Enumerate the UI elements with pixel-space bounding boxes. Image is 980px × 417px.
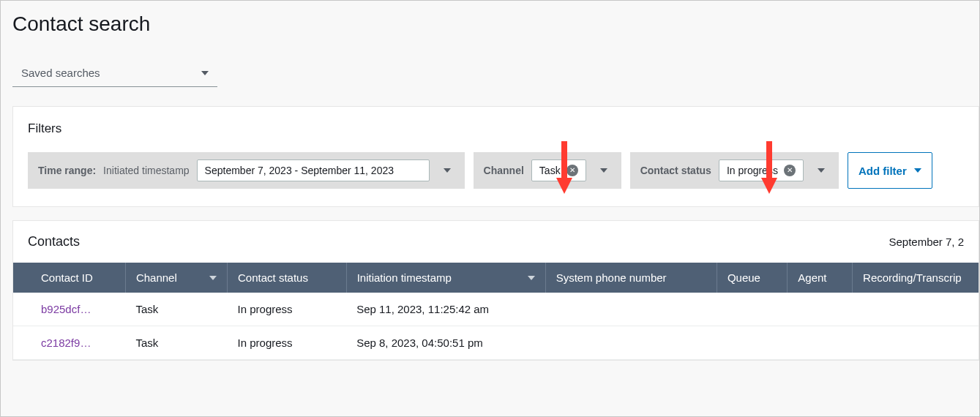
row-selector-header bbox=[13, 263, 31, 293]
cell-queue bbox=[717, 293, 787, 326]
col-queue[interactable]: Queue bbox=[717, 263, 787, 293]
cell-system-phone-number bbox=[545, 326, 717, 360]
chevron-down-icon bbox=[201, 71, 209, 75]
remove-channel-icon[interactable]: ✕ bbox=[566, 165, 578, 176]
cell-agent bbox=[788, 293, 853, 326]
col-label: Agent bbox=[798, 271, 826, 284]
filter-sublabel-time-range: Initiated timestamp bbox=[103, 165, 190, 176]
cell-system-phone-number bbox=[545, 293, 717, 326]
filter-time-range: Time range: Initiated timestamp Septembe… bbox=[28, 152, 465, 189]
cell-initiation-timestamp: Sep 11, 2023, 11:25:42 am bbox=[346, 293, 545, 326]
chevron-down-icon bbox=[528, 276, 535, 280]
col-label: Initiation timestamp bbox=[357, 271, 452, 284]
col-initiation-timestamp[interactable]: Initiation timestamp bbox=[346, 263, 545, 293]
saved-searches-label: Saved searches bbox=[21, 67, 100, 79]
chevron-down-icon bbox=[914, 168, 921, 173]
chevron-down-icon bbox=[444, 168, 451, 173]
chevron-down-icon bbox=[818, 168, 825, 173]
cell-channel: Task bbox=[125, 326, 227, 360]
time-range-chip[interactable]: September 7, 2023 - September 11, 2023 bbox=[197, 159, 430, 181]
channel-chip[interactable]: Task ✕ bbox=[531, 159, 586, 181]
cell-recording bbox=[853, 293, 979, 326]
col-contact-id[interactable]: Contact ID bbox=[31, 263, 125, 293]
contacts-title: Contacts bbox=[28, 234, 80, 249]
contact-status-dropdown[interactable] bbox=[811, 168, 831, 173]
col-contact-status[interactable]: Contact status bbox=[228, 263, 347, 293]
filter-label-contact-status: Contact status bbox=[640, 165, 711, 176]
saved-searches-dropdown[interactable]: Saved searches bbox=[12, 62, 217, 87]
col-label: System phone number bbox=[556, 271, 667, 284]
cell-contact-id[interactable]: b925dcf… bbox=[31, 293, 125, 326]
filter-channel: Channel Task ✕ bbox=[474, 152, 621, 189]
contact-status-chip[interactable]: In progress ✕ bbox=[719, 159, 804, 181]
add-filter-label: Add filter bbox=[859, 165, 907, 177]
col-agent[interactable]: Agent bbox=[788, 263, 853, 293]
col-label: Contact ID bbox=[41, 271, 93, 284]
add-filter-button[interactable]: Add filter bbox=[848, 152, 932, 189]
cell-contact-status: In progress bbox=[228, 293, 347, 326]
chevron-down-icon bbox=[209, 276, 217, 280]
contacts-date-hint: September 7, 2 bbox=[889, 236, 964, 248]
contact-status-value: In progress bbox=[727, 165, 778, 176]
col-channel[interactable]: Channel bbox=[125, 263, 227, 293]
channel-dropdown[interactable] bbox=[594, 168, 614, 173]
row-selector[interactable] bbox=[13, 293, 31, 326]
col-system-phone-number[interactable]: System phone number bbox=[545, 263, 717, 293]
cell-channel: Task bbox=[125, 293, 227, 326]
table-row[interactable]: b925dcf…TaskIn progressSep 11, 2023, 11:… bbox=[13, 293, 979, 326]
row-selector[interactable] bbox=[13, 326, 31, 360]
filters-title: Filters bbox=[28, 121, 964, 136]
cell-queue bbox=[717, 326, 787, 360]
filter-label-time-range: Time range: bbox=[38, 165, 96, 176]
cell-contact-status: In progress bbox=[228, 326, 347, 360]
remove-contact-status-icon[interactable]: ✕ bbox=[784, 165, 796, 176]
cell-initiation-timestamp: Sep 8, 2023, 04:50:51 pm bbox=[346, 326, 545, 360]
col-label: Channel bbox=[136, 271, 177, 284]
filter-contact-status: Contact status In progress ✕ bbox=[630, 152, 839, 189]
cell-contact-id[interactable]: c2182f9… bbox=[31, 326, 125, 360]
page-title: Contact search bbox=[12, 12, 979, 36]
filter-label-channel: Channel bbox=[484, 165, 524, 176]
channel-value: Task bbox=[539, 165, 561, 176]
contacts-table: Contact ID Channel Contact status Initia… bbox=[13, 263, 979, 360]
cell-agent bbox=[788, 326, 853, 360]
chevron-down-icon bbox=[600, 168, 607, 173]
col-recording[interactable]: Recording/Transcrip bbox=[853, 263, 979, 293]
col-label: Recording/Transcrip bbox=[863, 271, 962, 284]
time-range-value: September 7, 2023 - September 11, 2023 bbox=[205, 165, 394, 176]
cell-recording bbox=[853, 326, 979, 360]
contacts-panel: Contacts September 7, 2 Contact ID Chann… bbox=[12, 220, 979, 361]
col-label: Queue bbox=[727, 271, 760, 284]
filters-panel: Filters Time range: Initiated timestamp … bbox=[12, 106, 979, 207]
table-row[interactable]: c2182f9…TaskIn progressSep 8, 2023, 04:5… bbox=[13, 326, 979, 360]
time-range-dropdown[interactable] bbox=[437, 168, 457, 173]
col-label: Contact status bbox=[238, 271, 308, 284]
